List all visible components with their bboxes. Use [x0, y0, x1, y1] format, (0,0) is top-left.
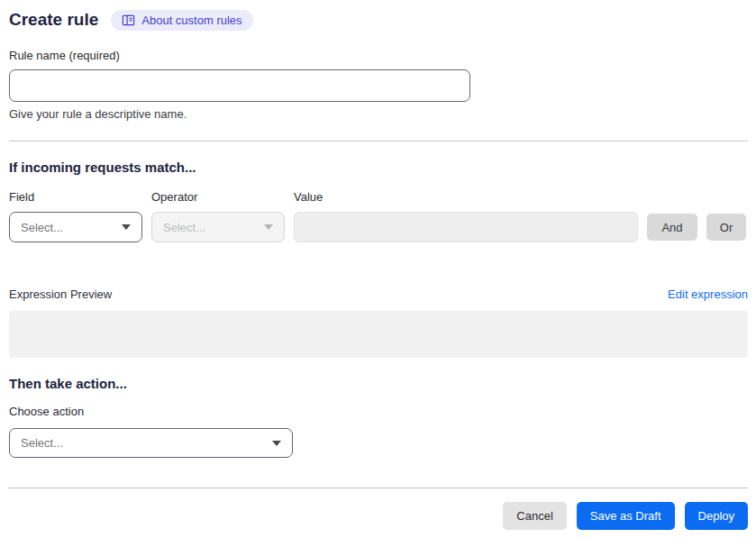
operator-select[interactable]: Select...: [151, 212, 285, 242]
value-label: Value: [294, 190, 638, 204]
field-select-value: Select...: [21, 221, 63, 234]
save-as-draft-button[interactable]: Save as Draft: [577, 502, 675, 530]
match-section-heading: If incoming requests match...: [9, 159, 748, 176]
book-icon: [122, 14, 135, 27]
title-row: Create rule About custom rules: [9, 9, 748, 31]
expression-preview-header: Expression Preview Edit expression: [9, 287, 748, 302]
about-badge-label: About custom rules: [141, 14, 241, 27]
footer-divider: [9, 488, 748, 488]
rule-name-input[interactable]: [9, 69, 470, 102]
rule-name-helper: Give your rule a descriptive name.: [9, 107, 748, 122]
section-divider: [9, 141, 748, 141]
expression-preview-label: Expression Preview: [9, 287, 112, 302]
operator-select-value: Select...: [163, 221, 205, 234]
action-section-heading: Then take action...: [9, 375, 748, 392]
expression-preview-box: [9, 311, 748, 358]
value-input[interactable]: [294, 212, 638, 242]
about-custom-rules-link[interactable]: About custom rules: [111, 10, 252, 31]
chevron-down-icon: [122, 224, 131, 230]
and-button[interactable]: And: [647, 214, 697, 241]
chevron-down-icon: [272, 441, 281, 446]
or-button[interactable]: Or: [706, 214, 746, 241]
footer-actions: Cancel Save as Draft Deploy: [9, 502, 748, 530]
action-select[interactable]: Select...: [9, 428, 293, 458]
operator-label: Operator: [151, 190, 285, 204]
chevron-down-icon: [264, 224, 273, 230]
rule-name-label: Rule name (required): [9, 49, 748, 63]
field-select[interactable]: Select...: [9, 212, 142, 242]
expression-builder: Field Operator Value Select... Select...…: [9, 190, 748, 242]
cancel-button[interactable]: Cancel: [503, 502, 566, 530]
create-rule-form: Create rule About custom rules Rule name…: [0, 0, 756, 530]
action-select-value: Select...: [21, 436, 63, 450]
field-label: Field: [9, 190, 142, 204]
page-title: Create rule: [9, 9, 98, 31]
edit-expression-link[interactable]: Edit expression: [668, 287, 748, 302]
choose-action-label: Choose action: [9, 405, 748, 419]
deploy-button[interactable]: Deploy: [685, 502, 748, 530]
